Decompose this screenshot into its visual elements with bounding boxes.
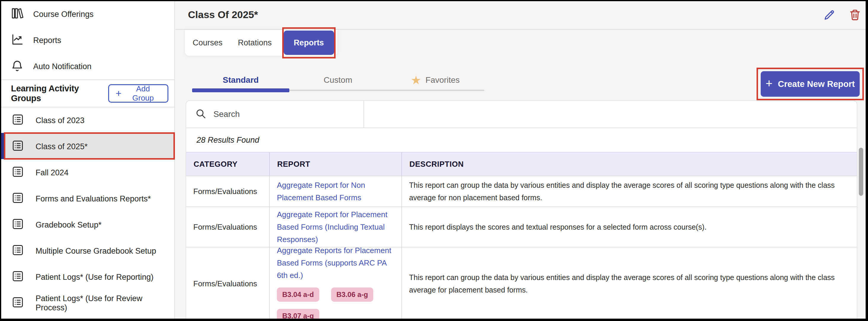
column-header-category: CATEGORY (186, 152, 270, 176)
search-row (186, 101, 857, 128)
group-item-label: Patient Logs* (Use for Review Process) (36, 294, 174, 312)
sidebar-item-label: Auto Notification (33, 62, 92, 71)
sidebar-item-auto-notification[interactable]: Auto Notification (1, 53, 174, 80)
table-row: Forms/Evaluations Aggregate Report for N… (186, 176, 857, 206)
reports-table-card: 28 Results Found CATEGORY REPORT DESCRIP… (186, 100, 857, 319)
list-icon (11, 296, 24, 311)
sidebar-item-fall-2024[interactable]: Fall 2024 (1, 159, 174, 186)
group-item-label: Gradebook Setup* (36, 221, 101, 230)
search-input[interactable] (213, 110, 356, 119)
line-chart-icon (11, 33, 24, 48)
group-item-label: Forms and Evaluations Reports* (36, 194, 151, 204)
sidebar-item-patient-logs-reporting[interactable]: Patient Logs* (Use for Reporting) (1, 264, 174, 290)
subtab-label: Standard (223, 75, 258, 85)
window-frame: Course Offerings Reports Auto Notificati… (0, 0, 868, 321)
list-icon (11, 243, 24, 259)
description-cell: This report can group the data by variou… (402, 247, 857, 319)
standard-badge: B3.07 a-g (277, 309, 319, 319)
delete-icon[interactable] (848, 8, 862, 21)
list-icon (11, 217, 24, 233)
description-cell: This report displays the scores and text… (402, 207, 857, 247)
page-title: Class Of 2025* (188, 9, 258, 21)
results-count: 28 Results Found (186, 128, 857, 152)
subtab-active-indicator (192, 88, 289, 92)
sidebar-item-course-offerings[interactable]: Course Offerings (1, 1, 174, 27)
books-icon (11, 7, 24, 22)
standard-badge: B3.04 a-d (277, 288, 319, 302)
report-link[interactable]: Aggregate Report for Placement Based For… (277, 208, 394, 246)
learning-activity-groups-header: Learning Activity Groups + Add Group (1, 80, 174, 107)
plus-icon: + (766, 77, 773, 90)
subtab-label: Favorites (425, 75, 460, 85)
table-row: Forms/Evaluations Aggregate Reports for … (186, 247, 857, 319)
star-icon: ★ (410, 74, 421, 86)
sidebar-item-patient-logs-review[interactable]: Patient Logs* (Use for Review Process) (1, 290, 174, 316)
category-cell: Forms/Evaluations (186, 207, 270, 247)
group-item-label: Class of 2025* (36, 142, 88, 151)
edit-icon[interactable] (823, 8, 836, 21)
header-actions (823, 8, 862, 21)
create-new-report-button[interactable]: + Create New Report (761, 71, 860, 97)
subtab-standard[interactable]: Standard (192, 70, 289, 90)
add-group-button[interactable]: + Add Group (108, 84, 168, 103)
sidebar-item-label: Course Offerings (33, 10, 94, 19)
main-header: Class Of 2025* (176, 1, 866, 30)
selected-item-accent-bar (1, 133, 4, 159)
list-icon (11, 113, 24, 128)
group-item-label: Multiple Course Gradebook Setup (36, 246, 156, 256)
arc-pa-badges: B3.04 a-d B3.06 a-g B3.07 a-g (277, 288, 386, 319)
subtab-favorites[interactable]: ★ Favorites (386, 70, 484, 90)
add-group-label: Add Group (125, 84, 161, 103)
category-cell: Forms/Evaluations (186, 176, 270, 206)
create-new-report-label: Create New Report (778, 79, 855, 89)
list-icon (11, 139, 24, 154)
sidebar-item-reports[interactable]: Reports (1, 27, 174, 53)
category-cell: Forms/Evaluations (186, 247, 270, 319)
plus-icon: + (116, 88, 122, 98)
search-field[interactable] (186, 101, 364, 127)
group-item-label: Fall 2024 (36, 168, 68, 177)
sidebar-item-class-of-2025[interactable]: Class of 2025* (1, 134, 174, 159)
sidebar-item-class-of-2023[interactable]: Class of 2023 (1, 108, 174, 134)
standard-badge: B3.06 a-g (331, 288, 374, 302)
screen: Course Offerings Reports Auto Notificati… (1, 1, 866, 319)
tab-rotations[interactable]: Rotations (230, 38, 280, 48)
group-item-label: Class of 2023 (36, 116, 85, 125)
column-header-report: REPORT (270, 152, 402, 176)
bell-icon (11, 59, 24, 74)
list-icon (11, 192, 24, 206)
course-tab-bar: Courses Rotations Reports (185, 30, 337, 56)
sidebar: Course Offerings Reports Auto Notificati… (1, 1, 175, 319)
search-icon (195, 108, 206, 120)
groups-title: Learning Activity Groups (11, 84, 108, 103)
list-icon (11, 270, 24, 285)
vertical-scrollbar[interactable] (859, 148, 863, 196)
column-header-description: DESCRIPTION (402, 152, 857, 176)
report-link[interactable]: Aggregate Reports for Placement Based Fo… (277, 244, 394, 282)
group-item-label: Patient Logs* (Use for Reporting) (36, 273, 154, 282)
tab-courses[interactable]: Courses (185, 38, 230, 48)
subtab-label: Custom (324, 75, 352, 85)
table-header-row: CATEGORY REPORT DESCRIPTION (186, 152, 857, 176)
sidebar-item-gradebook-setup[interactable]: Gradebook Setup* (1, 212, 174, 238)
sidebar-item-forms-and-evaluations-reports[interactable]: Forms and Evaluations Reports* (1, 186, 174, 212)
report-link[interactable]: Aggregate Report for Non Placement Based… (277, 179, 394, 204)
description-cell: This report can group the data by variou… (402, 176, 857, 206)
list-icon (11, 165, 24, 180)
subtab-custom[interactable]: Custom (289, 70, 386, 90)
report-type-tabs: Standard Custom ★ Favorites (192, 70, 485, 94)
sidebar-item-label: Reports (33, 36, 61, 45)
sidebar-item-multiple-course-gradebook-setup[interactable]: Multiple Course Gradebook Setup (1, 238, 174, 264)
tab-reports[interactable]: Reports (284, 31, 334, 55)
table-row: Forms/Evaluations Aggregate Report for P… (186, 206, 857, 247)
